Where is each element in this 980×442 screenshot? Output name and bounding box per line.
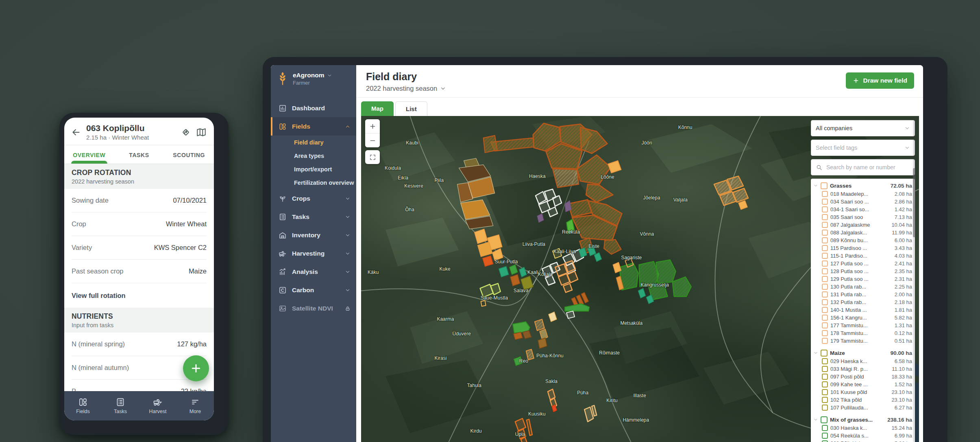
field-checkbox[interactable] — [822, 315, 828, 321]
directions-icon[interactable] — [181, 127, 191, 138]
field-checkbox[interactable] — [822, 397, 828, 403]
field-checkbox[interactable] — [822, 299, 828, 305]
field-checkbox[interactable] — [822, 366, 828, 372]
scrollbar-thumb[interactable] — [913, 168, 915, 237]
field-polygon[interactable] — [566, 311, 575, 318]
search-input[interactable] — [825, 164, 910, 171]
field-row[interactable]: 099 Kahe tee ...1.52 ha — [813, 381, 912, 388]
field-polygon[interactable] — [565, 304, 589, 311]
field-polygon[interactable] — [377, 132, 455, 181]
field-row[interactable]: 177 Tammistu...1.31 ha — [813, 322, 912, 329]
sidebar-subitem-fertilization-overview[interactable]: Fertilization overview — [271, 176, 356, 189]
field-row[interactable]: 115-1 Pardiso...4.03 ha — [813, 252, 912, 260]
field-polygon[interactable] — [673, 277, 691, 297]
nav-item-harvest[interactable]: Harvest — [139, 391, 176, 420]
crop-group-header[interactable]: Maize90.00 ha — [813, 348, 912, 357]
sidebar-item-inventory[interactable]: Inventory — [271, 226, 356, 244]
field-row[interactable]: 089 Kõnnu bu...6.00 ha — [813, 236, 912, 244]
field-polygon[interactable] — [563, 283, 572, 292]
field-row[interactable]: 115 Pardisoo ...3.43 ha — [813, 244, 912, 252]
field-row[interactable]: 030 Haeska k...15.24 ha — [813, 424, 912, 432]
field-tags-select[interactable]: Select field tags — [811, 140, 915, 156]
field-row[interactable]: 132 Putla rab...2.18 ha — [813, 298, 912, 306]
field-polygon[interactable] — [608, 161, 621, 173]
field-row[interactable]: 131 Putla rab...2.00 ha — [813, 291, 912, 298]
field-row[interactable]: 128 Putla soo ...2.35 ha — [813, 267, 912, 275]
sidebar-item-analysis[interactable]: Analysis — [271, 263, 356, 281]
field-row[interactable]: 101 Kuuse põld23.10 ha — [813, 388, 912, 396]
field-checkbox[interactable] — [822, 358, 828, 364]
field-row[interactable]: 035 Saari soo7.13 ha — [813, 213, 912, 221]
field-checkbox[interactable] — [822, 276, 828, 282]
field-polygon[interactable] — [703, 352, 789, 405]
field-polygon[interactable] — [481, 300, 486, 306]
field-row[interactable]: 029 Haeska k...6.58 ha — [813, 357, 912, 365]
field-row[interactable]: 179 Tammistu...0.51 ha — [813, 337, 912, 345]
field-checkbox[interactable] — [822, 307, 828, 313]
field-checkbox[interactable] — [822, 260, 828, 267]
field-polygon[interactable] — [549, 312, 557, 322]
field-polygon[interactable] — [519, 267, 527, 277]
sidebar-item-harvesting[interactable]: Harvesting — [271, 244, 356, 263]
field-checkbox[interactable] — [822, 284, 828, 290]
field-checkbox[interactable] — [822, 245, 828, 251]
field-polygon[interactable] — [613, 263, 621, 273]
field-polygon[interactable] — [527, 419, 532, 435]
field-row[interactable]: 087 Jalgalaskme10.04 ha — [813, 221, 912, 229]
sidebar-item-crops[interactable]: Crops — [271, 189, 356, 208]
field-checkbox[interactable] — [822, 214, 828, 220]
field-polygon[interactable] — [604, 240, 621, 254]
field-checkbox[interactable] — [822, 268, 828, 274]
field-polygon[interactable] — [553, 169, 579, 188]
field-polygon[interactable] — [461, 200, 490, 219]
phone-tab-scouting[interactable]: SCOUTING — [164, 145, 214, 164]
field-polygon[interactable] — [535, 319, 544, 330]
field-row[interactable]: 178 Tammistu...0.12 ha — [813, 329, 912, 337]
group-checkbox[interactable] — [821, 182, 828, 189]
field-row[interactable]: 107 Pullilauda...6.27 ha — [813, 404, 912, 411]
field-checkbox[interactable] — [822, 291, 828, 298]
company-filter-select[interactable]: All companies — [811, 120, 915, 136]
tab-map[interactable]: Map — [361, 101, 394, 116]
field-checkbox[interactable] — [822, 433, 828, 439]
field-row[interactable]: 102 Tika põld23.10 ha — [813, 396, 912, 404]
sidebar-subitem-area-types[interactable]: Area types — [271, 149, 356, 162]
field-row[interactable]: 140-1 Mustla ...1.81 ha — [813, 306, 912, 314]
field-polygon[interactable] — [483, 256, 493, 267]
field-checkbox[interactable] — [822, 322, 828, 328]
field-row[interactable]: 034-1 Saari so...1.42 ha — [813, 206, 912, 213]
field-polygon[interactable] — [514, 332, 523, 339]
field-checkbox[interactable] — [822, 199, 828, 205]
field-polygon[interactable] — [483, 136, 497, 153]
view-full-rotation-link[interactable]: View full rotation — [72, 283, 207, 308]
field-checkbox[interactable] — [822, 222, 828, 228]
field-checkbox[interactable] — [822, 191, 828, 197]
field-row[interactable]: 034 Saari soo ...2.86 ha — [813, 198, 912, 206]
field-polygon[interactable] — [538, 338, 547, 348]
field-polygon[interactable] — [738, 201, 747, 210]
group-checkbox[interactable] — [821, 416, 828, 423]
field-checkbox[interactable] — [822, 237, 828, 243]
field-checkbox[interactable] — [822, 230, 828, 236]
crop-group-header[interactable]: Mix of grasses...238.16 ha — [813, 415, 912, 424]
field-polygon[interactable] — [510, 265, 518, 275]
sidebar-item-tasks[interactable]: Tasks — [271, 208, 356, 226]
sidebar-subitem-field-diary[interactable]: Field diary — [271, 136, 356, 149]
group-checkbox[interactable] — [821, 350, 828, 357]
tab-list[interactable]: List — [395, 101, 427, 116]
field-checkbox[interactable] — [822, 440, 828, 442]
field-polygon[interactable] — [523, 330, 531, 339]
field-checkbox[interactable] — [822, 389, 828, 395]
field-row[interactable]: 033 Mägi R. p...11.10 ha — [813, 365, 912, 373]
crop-group-header[interactable]: Grasses72.05 ha — [813, 181, 912, 190]
field-checkbox[interactable] — [822, 253, 828, 259]
field-row[interactable]: 097 Posti põld18.33 ha — [813, 373, 912, 381]
field-checkbox[interactable] — [822, 405, 828, 411]
sidebar-item-dashboard[interactable]: Dashboard — [271, 99, 356, 117]
sidebar-subitem-import-export[interactable]: Import/export — [271, 162, 356, 176]
field-row[interactable]: 156-1 Kangru...5.82 ha — [813, 314, 912, 322]
field-polygon[interactable] — [577, 155, 610, 184]
field-polygon[interactable] — [656, 260, 676, 284]
field-polygon[interactable] — [385, 360, 492, 433]
season-selector[interactable]: 2022 harvesting season — [366, 85, 446, 92]
